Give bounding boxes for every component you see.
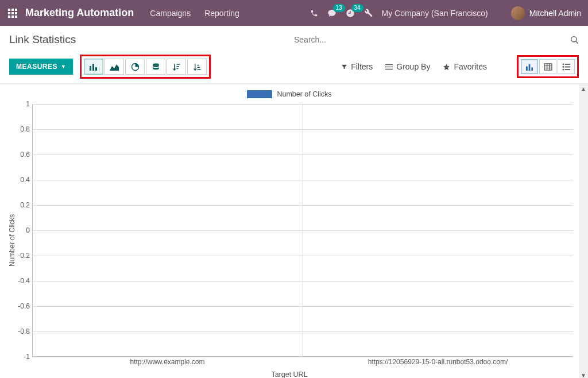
search-input[interactable] <box>294 33 570 47</box>
svg-rect-11 <box>90 66 91 71</box>
vertical-scrollbar[interactable]: ▲ ▼ <box>579 84 588 378</box>
search-icon[interactable] <box>570 35 579 44</box>
y-tick-label: 0.8 <box>17 125 30 133</box>
x-tick-label: https://12056929-15-0-all.runbot53.odoo.… <box>368 358 508 366</box>
chart-type-toolbar <box>80 55 211 79</box>
filters-label: Filters <box>351 62 373 71</box>
group-by-label: Group By <box>396 62 430 71</box>
y-tick-label: -0.6 <box>17 302 30 310</box>
chart-area: Number of Clicks Number of Clicks Target… <box>0 84 579 378</box>
scroll-up-icon[interactable]: ▲ <box>581 84 586 93</box>
scroll-down-icon[interactable]: ▼ <box>581 371 586 378</box>
svg-rect-12 <box>92 64 94 71</box>
user-name: Mitchell Admin <box>529 9 581 18</box>
svg-rect-31 <box>564 69 570 70</box>
y-tick-label: 0.2 <box>17 201 30 209</box>
apps-icon[interactable] <box>7 7 18 19</box>
debug-icon[interactable] <box>364 9 373 17</box>
graph-view-icon[interactable] <box>521 59 538 74</box>
svg-rect-19 <box>528 64 530 70</box>
svg-rect-5 <box>15 12 17 14</box>
company-switcher[interactable]: My Company (San Francisco) <box>382 9 488 18</box>
svg-point-14 <box>153 63 159 65</box>
favorites-button[interactable]: Favorites <box>443 62 487 71</box>
svg-point-9 <box>571 37 577 42</box>
avatar <box>511 6 525 20</box>
svg-rect-29 <box>564 66 570 67</box>
scroll-track[interactable] <box>579 93 588 371</box>
caret-down-icon: ▼ <box>61 64 66 70</box>
chart-legend: Number of Clicks <box>0 84 579 98</box>
messages-badge: 13 <box>333 4 345 12</box>
svg-rect-20 <box>531 67 533 71</box>
sort-desc-icon[interactable] <box>167 59 186 75</box>
svg-line-10 <box>576 41 578 44</box>
phone-icon[interactable] <box>310 9 318 17</box>
svg-rect-1 <box>11 9 14 11</box>
legend-label: Number of Clicks <box>277 90 331 98</box>
vertical-gridline <box>303 104 303 357</box>
measures-label: MEASURES <box>16 63 57 71</box>
y-tick-label: 0.4 <box>17 176 30 184</box>
group-by-button[interactable]: Group By <box>385 62 430 71</box>
page-title: Link Statistics <box>9 33 294 46</box>
y-tick-label: 0.6 <box>17 151 30 159</box>
filters-button[interactable]: Filters <box>341 62 373 71</box>
svg-rect-6 <box>8 16 10 18</box>
y-axis-title: Number of Clicks <box>8 214 16 266</box>
svg-rect-13 <box>95 67 97 71</box>
legend-swatch <box>247 90 272 98</box>
svg-point-30 <box>562 68 564 70</box>
search-tools: Filters Group By Favorites <box>341 55 579 78</box>
top-navbar: Marketing Automation Campaigns Reporting… <box>0 0 588 26</box>
nav-reporting[interactable]: Reporting <box>204 9 239 18</box>
bar-chart-icon[interactable] <box>84 59 103 75</box>
app-brand[interactable]: Marketing Automation <box>25 7 134 19</box>
svg-point-28 <box>562 66 564 68</box>
pie-chart-icon[interactable] <box>125 59 145 75</box>
control-panel: Link Statistics MEASURES ▼ <box>0 26 588 84</box>
nav-campaigns[interactable]: Campaigns <box>150 9 191 18</box>
view-switcher <box>517 55 579 78</box>
y-tick-label: -1 <box>17 353 30 361</box>
area-chart-icon[interactable] <box>105 59 124 75</box>
activities-icon[interactable]: 34 <box>346 9 355 18</box>
y-tick-label: -0.8 <box>17 327 30 335</box>
svg-rect-21 <box>544 63 552 70</box>
svg-point-26 <box>562 63 564 65</box>
activities-badge: 34 <box>351 4 363 12</box>
x-axis-title: Target URL <box>271 371 307 378</box>
svg-rect-8 <box>15 16 17 18</box>
pivot-view-icon[interactable] <box>539 59 556 74</box>
messages-icon[interactable]: 13 <box>327 9 336 18</box>
x-tick-label: http://www.example.com <box>130 358 204 366</box>
measures-button[interactable]: MEASURES ▼ <box>9 59 73 75</box>
svg-rect-4 <box>11 12 14 14</box>
y-tick-label: -0.2 <box>17 252 30 260</box>
svg-rect-7 <box>11 16 14 18</box>
svg-rect-0 <box>8 9 10 11</box>
y-tick-label: -0.4 <box>17 277 30 285</box>
favorites-label: Favorites <box>454 62 487 71</box>
svg-rect-2 <box>15 9 17 11</box>
user-menu[interactable]: Mitchell Admin <box>511 6 581 20</box>
svg-rect-27 <box>564 63 570 64</box>
main-content: Number of Clicks Number of Clicks Target… <box>0 84 588 378</box>
svg-rect-18 <box>526 66 528 70</box>
gridline <box>32 357 573 357</box>
list-view-icon[interactable] <box>558 59 575 74</box>
y-tick-label: 0 <box>17 226 30 234</box>
sort-asc-icon[interactable] <box>187 59 207 75</box>
y-tick-label: 1 <box>17 100 30 108</box>
stacked-chart-icon[interactable] <box>146 59 165 75</box>
svg-rect-3 <box>8 12 10 14</box>
